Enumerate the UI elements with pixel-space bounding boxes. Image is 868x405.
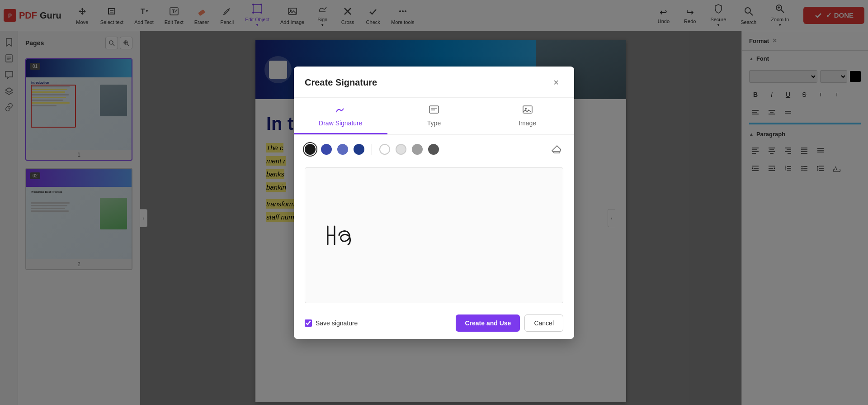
color-separator [372,144,372,155]
svg-point-101 [525,108,527,110]
color-white-dot[interactable] [379,144,390,155]
save-signature-checkbox[interactable] [305,319,312,327]
draw-eraser-button[interactable] [549,142,563,157]
color-darkgray-dot[interactable] [428,144,439,155]
modal-header: Create Signature × [294,67,574,98]
modal-close-button[interactable]: × [549,76,563,90]
tab-type-label: Type [427,119,441,127]
color-blue-dot[interactable] [337,144,348,155]
signature-preview [314,213,368,258]
tab-image-label: Image [519,119,536,127]
color-navy-dot[interactable] [354,144,364,155]
svg-rect-97 [429,106,439,113]
tab-draw-label: Draw Signature [319,119,363,127]
create-signature-modal: Create Signature × Draw Signature Type [294,67,574,339]
modal-title: Create Signature [305,77,377,88]
create-and-use-button[interactable]: Create and Use [456,314,520,332]
modal-actions: Create and Use Cancel [456,314,563,332]
tab-type[interactable]: Type [387,98,481,134]
modal-footer: Save signature Create and Use Cancel [294,307,574,339]
save-signature-label: Save signature [316,319,358,327]
tab-image[interactable]: Image [481,98,574,134]
tab-draw-signature[interactable]: Draw Signature [294,98,387,134]
type-icon [429,104,439,118]
modal-tabs: Draw Signature Type Image [294,98,574,135]
modal-overlay[interactable]: Create Signature × Draw Signature Type [0,0,868,405]
cancel-button[interactable]: Cancel [524,314,563,332]
draw-canvas[interactable] [305,167,563,303]
draw-signature-icon [335,104,346,118]
color-picker-row [294,135,574,164]
color-black-dot[interactable] [305,144,316,155]
color-dark-blue-dot[interactable] [321,144,332,155]
image-tab-icon [522,104,533,118]
color-lightgray-dot[interactable] [396,144,406,155]
color-gray-dot[interactable] [412,144,423,155]
save-signature-checkbox-container: Save signature [305,319,358,327]
